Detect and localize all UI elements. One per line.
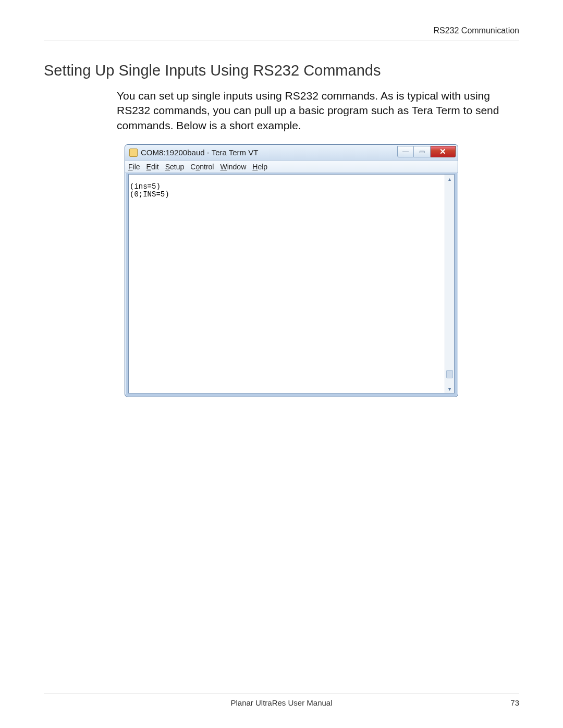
running-header: RS232 Communication	[44, 26, 519, 41]
menu-window-rest: indow	[227, 163, 247, 171]
section-body: You can set up single inputs using RS232…	[117, 89, 519, 133]
menu-help-rest: elp	[258, 163, 267, 171]
menu-setup-rest: etup	[170, 163, 184, 171]
app-icon	[129, 149, 138, 157]
minimize-button[interactable]: —	[397, 146, 414, 157]
footer-manual-title: Planar UltraRes User Manual	[230, 698, 332, 707]
document-page: RS232 Communication Setting Up Single In…	[0, 0, 563, 728]
menu-help[interactable]: Help	[252, 163, 267, 171]
page-number: 73	[510, 698, 519, 707]
section-heading: Setting Up Single Inputs Using RS232 Com…	[44, 62, 519, 79]
menu-edit-rest: dit	[151, 163, 159, 171]
close-icon: ✕	[439, 147, 446, 156]
terminal-line-2: (0;INS=5)	[130, 190, 169, 199]
scroll-down-icon[interactable]: ▾	[446, 385, 454, 393]
terminal-client-area: (ins=5) (0;INS=5) ▴ ▾	[128, 174, 455, 393]
menu-control[interactable]: Control	[190, 163, 214, 171]
window-title: COM8:19200baud - Tera Term VT	[141, 148, 397, 157]
menu-window[interactable]: Window	[220, 163, 246, 171]
close-button[interactable]: ✕	[431, 146, 456, 157]
maximize-button[interactable]: ▭	[414, 146, 431, 157]
page-footer: Planar UltraRes User Manual 73	[44, 694, 519, 707]
scroll-track[interactable]	[445, 183, 454, 385]
menu-control-rest: ntrol	[200, 163, 214, 171]
menu-bar: File Edit Setup Control Window Help	[125, 161, 458, 173]
teraterm-window: COM8:19200baud - Tera Term VT — ▭ ✕ File…	[125, 144, 458, 397]
scroll-thumb[interactable]	[446, 370, 453, 378]
menu-file[interactable]: File	[128, 163, 140, 171]
maximize-icon: ▭	[419, 148, 425, 155]
window-titlebar[interactable]: COM8:19200baud - Tera Term VT — ▭ ✕	[125, 145, 458, 161]
vertical-scrollbar[interactable]: ▴ ▾	[445, 175, 454, 393]
menu-edit[interactable]: Edit	[146, 163, 159, 171]
terminal-output[interactable]: (ins=5) (0;INS=5)	[129, 175, 445, 393]
minimize-icon: —	[402, 148, 409, 155]
window-controls: — ▭ ✕	[397, 146, 456, 157]
menu-file-rest: ile	[133, 163, 140, 171]
scroll-up-icon[interactable]: ▴	[446, 175, 454, 183]
terminal-line-1: (ins=5)	[130, 182, 161, 191]
menu-setup[interactable]: Setup	[165, 163, 185, 171]
